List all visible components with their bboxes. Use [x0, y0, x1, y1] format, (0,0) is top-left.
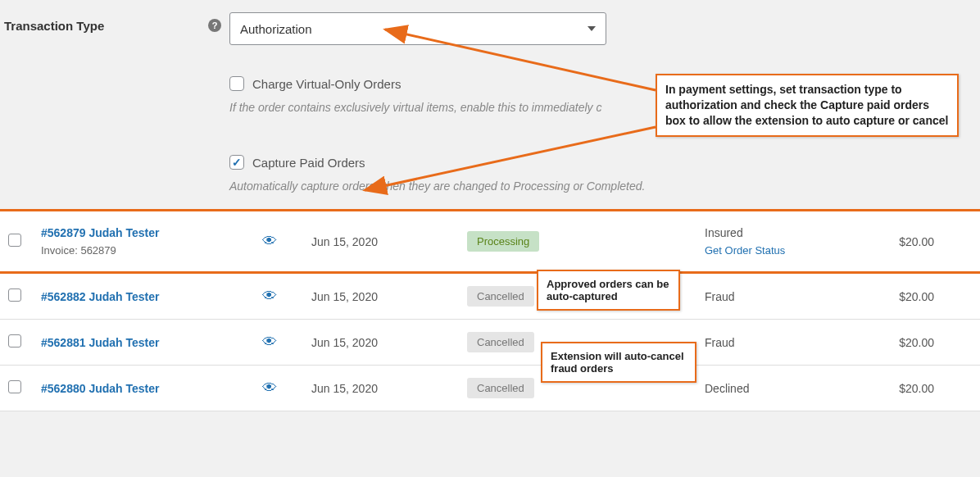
table-row: #562881 Judah Tester 👁 Jun 15, 2020 Canc…	[0, 320, 980, 366]
table-row: #562882 Judah Tester 👁 Jun 15, 2020 Canc…	[0, 274, 980, 320]
order-amount: $20.00	[869, 382, 951, 395]
order-amount: $20.00	[869, 290, 951, 303]
order-date: Jun 15, 2020	[311, 382, 467, 395]
row-checkbox[interactable]	[8, 234, 21, 247]
order-link[interactable]: #562882 Judah Tester	[41, 290, 160, 303]
row-checkbox[interactable]	[8, 334, 21, 348]
order-amount: $20.00	[869, 235, 951, 248]
get-order-status-link[interactable]: Get Order Status	[705, 244, 869, 257]
fraud-status: Declined	[705, 382, 869, 395]
transaction-type-value: Authorization	[240, 22, 312, 36]
callout-main: In payment settings, set transaction typ…	[656, 74, 959, 137]
status-badge: Cancelled	[467, 286, 534, 307]
order-amount: $20.00	[869, 336, 951, 349]
capture-paid-checkbox[interactable]	[229, 155, 244, 170]
status-badge: Cancelled	[467, 332, 534, 352]
transaction-type-select[interactable]: Authorization	[229, 12, 606, 45]
eye-icon[interactable]: 👁	[262, 379, 277, 396]
callout-approved: Approved orders can be auto-captured	[537, 270, 680, 311]
transaction-type-label: Transaction Type ?	[4, 12, 229, 45]
fraud-status: Fraud	[705, 290, 869, 303]
order-date: Jun 15, 2020	[311, 336, 467, 349]
fraud-status: Fraud	[705, 336, 869, 349]
row-checkbox[interactable]	[8, 380, 21, 393]
order-link[interactable]: #562881 Judah Tester	[41, 336, 160, 349]
order-date: Jun 15, 2020	[311, 235, 467, 248]
capture-paid-label: Capture Paid Orders	[252, 156, 365, 170]
status-badge: Processing	[467, 231, 539, 252]
table-row: #562880 Judah Tester 👁 Jun 15, 2020 Canc…	[0, 366, 980, 411]
help-icon[interactable]: ?	[208, 19, 221, 32]
callout-fraud: Extension will auto-cancel fraud orders	[541, 342, 696, 383]
transaction-type-text: Transaction Type	[4, 19, 104, 33]
eye-icon[interactable]: 👁	[262, 288, 277, 304]
eye-icon[interactable]: 👁	[262, 334, 277, 350]
eye-icon[interactable]: 👁	[262, 233, 277, 249]
charge-virtual-checkbox[interactable]	[229, 76, 244, 91]
charge-virtual-label: Charge Virtual-Only Orders	[252, 77, 401, 91]
row-checkbox[interactable]	[8, 288, 21, 302]
status-badge: Cancelled	[467, 378, 534, 398]
order-link[interactable]: #562880 Judah Tester	[41, 382, 160, 395]
table-row: #562879 Judah Tester Invoice: 562879 👁 J…	[0, 209, 980, 274]
chevron-down-icon	[588, 26, 596, 31]
order-date: Jun 15, 2020	[311, 290, 467, 303]
order-link[interactable]: #562879 Judah Tester	[41, 226, 160, 239]
order-sub: Invoice: 562879	[41, 244, 262, 257]
orders-table: #562879 Judah Tester Invoice: 562879 👁 J…	[0, 209, 980, 411]
fraud-status: Insured Get Order Status	[705, 226, 869, 257]
capture-paid-desc: Automatically capture orders when they a…	[229, 179, 980, 193]
